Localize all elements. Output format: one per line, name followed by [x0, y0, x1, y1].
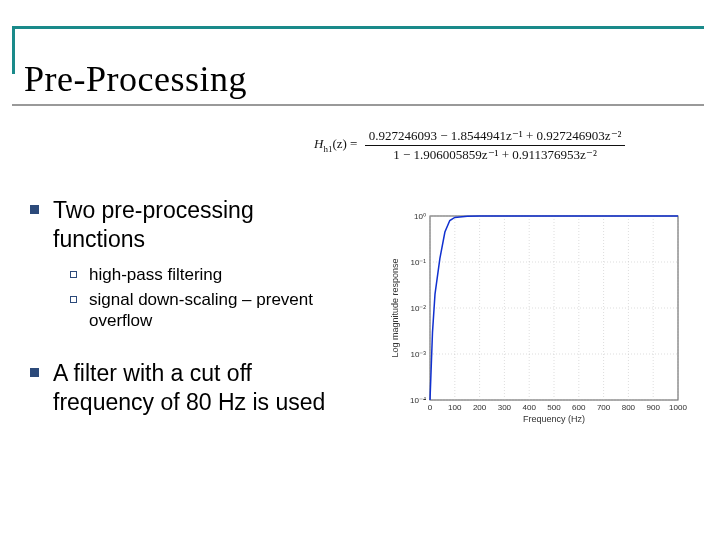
- plot-ylabel: Log magnitude response: [390, 258, 400, 357]
- frequency-response-plot: 01002003004005006007008009001000 10⁻⁴10⁻…: [388, 208, 688, 432]
- decorative-rule-left: [12, 26, 15, 74]
- svg-text:400: 400: [523, 403, 537, 412]
- bullet-level1: Two pre‑processing functions: [30, 196, 350, 254]
- svg-text:700: 700: [597, 403, 611, 412]
- svg-text:100: 100: [448, 403, 462, 412]
- sub-bullet-text: high‑pass filtering: [89, 264, 222, 285]
- svg-text:500: 500: [547, 403, 561, 412]
- bullet-level2: signal down‑scaling – prevent overflow: [70, 289, 350, 332]
- svg-text:800: 800: [622, 403, 636, 412]
- bullet-text: A filter with a cut off frequency of 80 …: [53, 359, 350, 417]
- plot-yticks: 10⁻⁴10⁻³10⁻²10⁻¹10⁰: [410, 212, 426, 405]
- sub-bullets: high‑pass filtering signal down‑scaling …: [70, 264, 350, 332]
- svg-text:10⁻⁴: 10⁻⁴: [410, 396, 426, 405]
- bullet-text: Two pre‑processing functions: [53, 196, 350, 254]
- svg-text:300: 300: [498, 403, 512, 412]
- bullet-hollow-square-icon: [70, 271, 77, 278]
- title-underline: [12, 104, 704, 106]
- bullet-content: Two pre‑processing functions high‑pass f…: [30, 196, 350, 427]
- svg-text:10⁻¹: 10⁻¹: [410, 258, 426, 267]
- svg-text:900: 900: [647, 403, 661, 412]
- sub-bullet-text: signal down‑scaling – prevent overflow: [89, 289, 350, 332]
- plot-xticks: 01002003004005006007008009001000: [428, 403, 688, 412]
- bullet-hollow-square-icon: [70, 296, 77, 303]
- formula-denominator: 1 − 1.906005859z⁻¹ + 0.911376953z⁻²: [365, 146, 626, 163]
- formula-arg: (z) =: [332, 136, 357, 151]
- formula-symbol: H: [314, 136, 323, 151]
- bullet-square-icon: [30, 205, 39, 214]
- transfer-function-formula: Hh1(z) = 0.927246093 − 1.8544941z⁻¹ + 0.…: [314, 128, 625, 163]
- svg-text:10⁻²: 10⁻²: [410, 304, 426, 313]
- decorative-rule-top: [12, 26, 704, 29]
- svg-text:10⁰: 10⁰: [414, 212, 426, 221]
- bullet-square-icon: [30, 368, 39, 377]
- svg-text:600: 600: [572, 403, 586, 412]
- formula-numerator: 0.927246093 − 1.8544941z⁻¹ + 0.927246903…: [365, 128, 626, 146]
- slide-title: Pre-Processing: [24, 58, 247, 100]
- svg-text:200: 200: [473, 403, 487, 412]
- svg-text:1000: 1000: [669, 403, 687, 412]
- plot-grid: [430, 216, 678, 400]
- svg-text:10⁻³: 10⁻³: [410, 350, 426, 359]
- plot-xlabel: Frequency (Hz): [523, 414, 585, 424]
- bullet-level1: A filter with a cut off frequency of 80 …: [30, 359, 350, 417]
- svg-text:0: 0: [428, 403, 433, 412]
- bullet-level2: high‑pass filtering: [70, 264, 350, 285]
